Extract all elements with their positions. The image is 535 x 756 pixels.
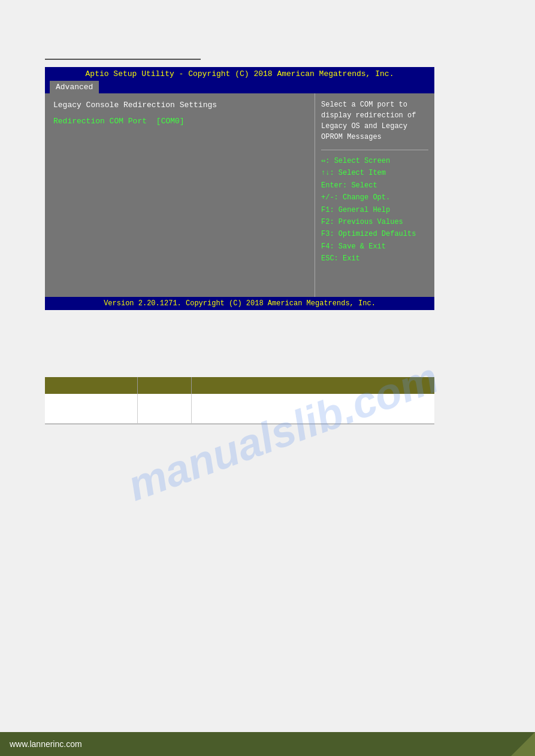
bios-title: Aptio Setup Utility - Copyright (C) 2018… [86,69,394,78]
bottom-divider [45,424,434,424]
section-title: Legacy Console Redirection Settings [53,101,306,110]
help-divider [321,150,428,150]
key-change-opt: +/-: Change Opt. [321,192,428,204]
olive-col3 [192,377,434,394]
bios-header: Aptio Setup Utility - Copyright (C) 2018… [45,67,434,81]
bios-left-panel: Legacy Console Redirection Settings Redi… [45,93,315,297]
table-cell-3 [192,394,434,423]
footer-triangle-accent [511,732,535,756]
key-f4: F4: Save & Exit [321,241,428,253]
page-footer: www.lannerinc.com [0,732,535,756]
bios-tabbar: Advanced [45,81,434,93]
key-enter: Enter: Select [321,180,428,192]
top-divider [45,59,201,60]
key-esc: ESC: Exit [321,253,428,265]
footer-website: www.lannerinc.com [10,739,82,749]
bios-footer: Version 2.20.1271. Copyright (C) 2018 Am… [45,297,434,310]
tab-advanced[interactable]: Advanced [50,81,99,93]
help-text: Select a COM port to display redirection… [321,99,428,142]
redirection-com-port-item[interactable]: Redirection COM Port [COM0] [53,117,306,126]
key-f2: F2: Previous Values [321,216,428,228]
bios-panel: Aptio Setup Utility - Copyright (C) 2018… [45,67,434,310]
olive-col1 [45,377,138,394]
key-bindings: ⇔: Select Screen ↑↓: Select Item Enter: … [321,155,428,265]
key-f3: F3: Optimized Defaults [321,228,428,240]
olive-col2 [138,377,192,394]
olive-bar [45,377,434,394]
table-cell-2 [138,394,192,423]
key-select-item: ↑↓: Select Item [321,167,428,179]
watermark: manualslib.com [121,353,444,510]
version-text: Version 2.20.1271. Copyright (C) 2018 Am… [104,299,376,308]
key-select-screen: ⇔: Select Screen [321,155,428,167]
table-cell-1 [45,394,138,423]
key-f1: F1: General Help [321,204,428,216]
table-row [45,394,434,424]
bios-right-panel: Select a COM port to display redirection… [315,93,434,297]
bios-content: Legacy Console Redirection Settings Redi… [45,93,434,297]
